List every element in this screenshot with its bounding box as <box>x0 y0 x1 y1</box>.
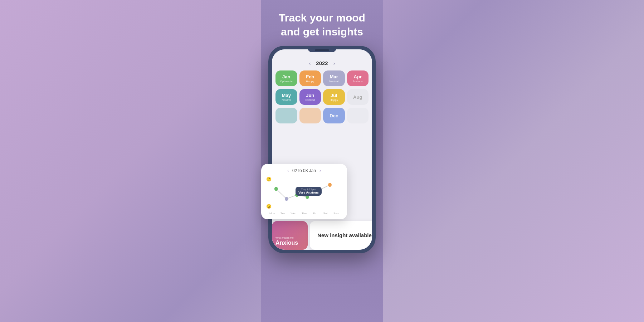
month-jan[interactable]: Jan Optimistic <box>275 70 297 86</box>
day-wed: Wed <box>288 212 299 215</box>
month-apr[interactable]: Apr Anxious <box>347 70 369 86</box>
phone-notch <box>308 46 336 52</box>
days-row: Mon Tue Wed Thu Fri Sat Sun <box>266 212 342 215</box>
phone-speaker <box>315 49 329 51</box>
center-panel: Track your mood and get insights ‹ 2022 … <box>261 0 383 322</box>
year-next-arrow[interactable]: › <box>333 60 335 66</box>
svg-point-3 <box>306 195 309 199</box>
month-partial-3 <box>347 108 369 123</box>
week-card: ‹ 02 to 08 Jan › 🙂 😟 <box>261 164 347 219</box>
month-grid-row3: Dec <box>275 108 369 123</box>
month-may[interactable]: May Neutral <box>275 89 297 105</box>
month-dec[interactable]: Dec <box>323 108 345 123</box>
phone-screen: ‹ 2022 › Jan Optimistic Feb Happy <box>272 49 372 250</box>
month-partial-1 <box>275 108 297 123</box>
happy-smiley-icon: 🙂 <box>266 177 272 182</box>
svg-point-5 <box>328 183 332 187</box>
month-aug[interactable]: Aug <box>347 89 369 105</box>
week-nav: ‹ 02 to 08 Jan › <box>266 168 342 173</box>
week-prev-arrow[interactable]: ‹ <box>287 168 289 173</box>
year-nav: ‹ 2022 › <box>275 60 369 66</box>
sad-smiley-icon: 😟 <box>266 204 272 209</box>
mood-chart: 🙂 😟 Thu, 9:22 pm Very Anxious <box>266 177 342 209</box>
day-fri: Fri <box>309 212 320 215</box>
anxious-insight-card[interactable]: What makes me Anxious <box>272 221 308 250</box>
year-prev-arrow[interactable]: ‹ <box>309 60 311 66</box>
headline-line1: Track your mood <box>279 12 365 24</box>
bottom-cards: What makes me Anxious New insight availa… <box>272 221 372 250</box>
day-sun: Sun <box>331 212 341 215</box>
week-label: 02 to 08 Jan <box>292 168 316 173</box>
phone-frame: ‹ 2022 › Jan Optimistic Feb Happy <box>268 46 376 253</box>
anxious-subtitle: What makes me <box>275 236 304 239</box>
day-mon: Mon <box>267 212 278 215</box>
headline: Track your mood and get insights <box>272 11 372 39</box>
svg-point-4 <box>316 189 319 193</box>
phone-wrapper: ‹ 2022 › Jan Optimistic Feb Happy <box>268 46 376 268</box>
month-grid-row2: May Neutral Jun Excited Jul Happy Aug <box>275 89 369 105</box>
month-grid-row1: Jan Optimistic Feb Happy Mar Neutral A <box>275 70 369 86</box>
month-mar[interactable]: Mar Neutral <box>323 70 345 86</box>
day-tue: Tue <box>278 212 288 215</box>
week-next-arrow[interactable]: › <box>319 168 321 173</box>
year-label: 2022 <box>316 60 328 66</box>
svg-point-0 <box>274 187 278 191</box>
new-insight-card[interactable]: New insight available <box>310 221 372 250</box>
month-partial-2 <box>299 108 321 123</box>
day-thu: Thu <box>299 212 309 215</box>
svg-point-1 <box>285 197 288 201</box>
anxious-title: Anxious <box>275 240 304 246</box>
headline-line2: and get insights <box>281 26 363 38</box>
month-jul[interactable]: Jul Happy <box>323 89 345 105</box>
screen-content: ‹ 2022 › Jan Optimistic Feb Happy <box>272 49 372 250</box>
month-jun[interactable]: Jun Excited <box>299 89 321 105</box>
new-insight-text: New insight available <box>317 232 372 239</box>
month-feb[interactable]: Feb Happy <box>299 70 321 86</box>
day-sat: Sat <box>320 212 331 215</box>
svg-point-2 <box>295 193 299 197</box>
